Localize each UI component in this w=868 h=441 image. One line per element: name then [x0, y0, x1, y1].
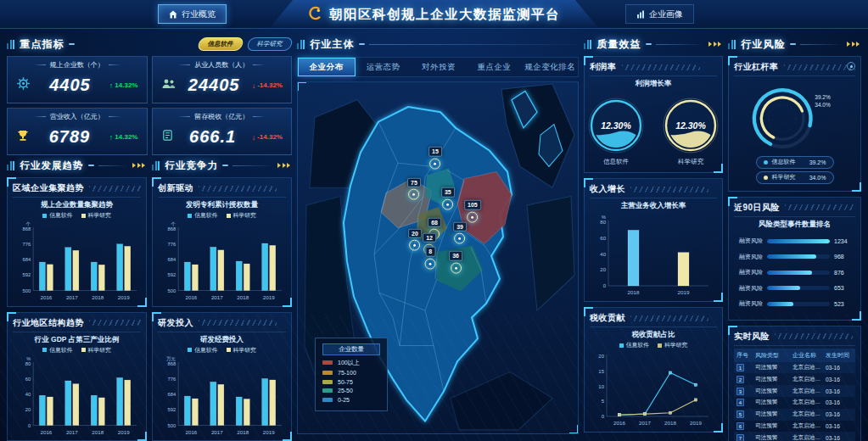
equalizer-icon: [7, 40, 16, 49]
chart-legend: 信息软件科学研究: [158, 346, 286, 354]
bar-track: [767, 286, 830, 290]
tab-3[interactable]: 重点企业: [467, 58, 523, 76]
table-row-3[interactable]: 4司法预警北京启迪卓越科技有限公司03-16: [734, 397, 855, 409]
map-legend-title: 企业数量: [322, 343, 380, 355]
trend-panel-0: 区域企业集聚趋势规上企业数量集聚趋势信息软件科学研究50059268477686…: [7, 177, 147, 307]
table-row-4[interactable]: 5司法预警北京启迪卓越科技有限公司03-16: [734, 409, 855, 421]
legend-item: 信息软件: [42, 346, 72, 354]
expand-chevrons-icon[interactable]: [130, 161, 148, 170]
svg-text:万元: 万元: [166, 356, 176, 361]
map-marker-35[interactable]: 35: [441, 187, 455, 210]
bar-track: [767, 254, 830, 259]
hatch-decoration: [89, 320, 141, 326]
column-header: 风险类型: [755, 351, 791, 360]
tab-4[interactable]: 规企变化排名: [522, 58, 578, 76]
row-index-badge: 2: [736, 376, 744, 383]
svg-text:2016: 2016: [40, 428, 52, 434]
svg-text:60: 60: [600, 236, 606, 241]
chart-title: 规上企业数量集聚趋势: [13, 200, 141, 210]
section-title-industry-main: 行业主体: [311, 37, 355, 52]
svg-text:0: 0: [28, 422, 31, 427]
delta-value: 14.32%: [115, 81, 137, 89]
svg-text:868: 868: [167, 226, 176, 232]
svg-text:个: 个: [171, 221, 176, 226]
map-marker-36[interactable]: 36: [449, 251, 462, 274]
svg-text:2016: 2016: [40, 294, 52, 300]
map-marker-20[interactable]: 20: [408, 228, 422, 251]
svg-text:2016: 2016: [185, 428, 197, 434]
legend-pill-1[interactable]: 科学研究: [246, 37, 294, 51]
risk-type-label: 融资风险: [734, 237, 763, 245]
chart-title: 税收贡献占比: [590, 330, 717, 340]
occurrence-time: 03-16: [826, 399, 853, 405]
svg-text:2016: 2016: [613, 420, 625, 426]
expand-chevrons-icon[interactable]: [706, 40, 724, 48]
nav-left-label: 行业概览: [182, 8, 216, 20]
metric-label-text: 规上企业数（个）: [50, 60, 104, 70]
table-row-5[interactable]: 6司法预警北京启迪卓越科技有限公司03-16: [734, 421, 855, 433]
map-marker-39[interactable]: 39: [453, 221, 467, 244]
info-icon[interactable]: [847, 62, 855, 70]
svg-text:868: 868: [22, 226, 31, 232]
equalizer-icon: [728, 40, 737, 49]
legend-swatch: [188, 214, 192, 218]
top-header: 行业概览 朝阳区科创规上企业大数据监测平台 企业画像: [0, 0, 868, 29]
svg-text:2018: 2018: [237, 294, 249, 300]
legend-item: 科学研究: [81, 346, 111, 354]
table-row-0[interactable]: 1司法预警北京启迪卓越科技有限公司03-16: [734, 362, 855, 374]
panel-title: 区域企业集聚趋势: [13, 182, 84, 194]
table-row-6[interactable]: 7司法预警北京启迪卓越科技有限公司03-16: [734, 432, 855, 441]
delta-value: -14.32%: [257, 81, 283, 89]
hatch-decoration: [199, 186, 277, 192]
district-map[interactable]: 15753510568392012836 企业数量 100以上75-10050-…: [297, 81, 579, 434]
company-name: 北京启迪卓越科技有限公司: [792, 422, 824, 430]
trophy-icon: [16, 129, 30, 146]
map-marker-75[interactable]: 75: [407, 178, 421, 201]
main-content: 重点指标 信息软件科学研究 规上企业数（个）4405↑14.32%从业人员数（人…: [0, 29, 868, 441]
legend-item: 科学研究: [227, 211, 256, 220]
svg-text:2019: 2019: [263, 294, 275, 300]
legend-swatch: [322, 398, 333, 402]
svg-text:2017: 2017: [66, 294, 78, 300]
tab-0[interactable]: 企业分布: [298, 58, 356, 76]
svg-text:2018: 2018: [92, 428, 104, 434]
table-row-1[interactable]: 2司法预警北京启迪卓越科技有限公司03-16: [734, 373, 855, 385]
trend-panel-1: 行业地区结构趋势行业 GDP 占第三产业比例信息软件科学研究020406080%…: [7, 312, 147, 441]
map-marker-15[interactable]: 15: [428, 147, 442, 170]
tab-2[interactable]: 对外投资: [411, 58, 467, 76]
chart-title: 发明专利累计授权数量: [158, 200, 286, 210]
panel-header: 创新驱动: [158, 182, 286, 198]
chart-title: 利润增长率: [590, 79, 717, 89]
tab-1[interactable]: 运营态势: [356, 58, 412, 76]
column-header: 发生时间: [826, 351, 853, 360]
nav-enterprise-profile[interactable]: 企业画像: [625, 4, 694, 24]
risk-type-label: 融资风险: [734, 299, 763, 308]
hatch-decoration: [630, 315, 708, 321]
table-row-2[interactable]: 3司法预警北京启迪卓越科技有限公司03-16: [734, 385, 855, 397]
marker-count: 15: [428, 147, 442, 157]
page-title: 朝阳区科创规上企业大数据监测平台: [329, 6, 560, 24]
svg-text:10: 10: [598, 384, 604, 389]
nav-industry-overview[interactable]: 行业概览: [158, 4, 227, 24]
map-marker-8[interactable]: 8: [425, 247, 436, 270]
map-marker-105[interactable]: 105: [464, 200, 481, 223]
section-title-key-metrics: 重点指标: [20, 37, 64, 52]
header-line: [656, 44, 702, 45]
company-name: 北京启迪卓越科技有限公司: [792, 399, 824, 406]
column-header: 序号: [736, 351, 753, 360]
expand-chevrons-icon[interactable]: [275, 161, 293, 170]
legend-label: 科学研究: [233, 346, 256, 354]
legend-item: 科学研究: [227, 346, 256, 354]
svg-text:80: 80: [600, 220, 606, 225]
profit-gauge-0: 12.30%信息软件: [585, 95, 647, 166]
legend-swatch: [42, 214, 47, 218]
panel-title: 近90日风险: [734, 202, 780, 214]
expand-chevrons-icon[interactable]: [844, 40, 862, 48]
legend-pill-0[interactable]: 信息软件: [197, 37, 244, 51]
svg-text:592: 592: [22, 272, 31, 277]
left-column: 重点指标 信息软件科学研究 规上企业数（个）4405↑14.32%从业人员数（人…: [7, 34, 292, 434]
metric-value: 4405: [49, 75, 91, 95]
map-legend-row-4: 0-25: [322, 397, 380, 403]
legend-value: 39.2%: [809, 159, 826, 165]
competitiveness-panel-0: 创新驱动发明专利累计授权数量信息软件科学研究500592684776868个20…: [152, 177, 292, 307]
